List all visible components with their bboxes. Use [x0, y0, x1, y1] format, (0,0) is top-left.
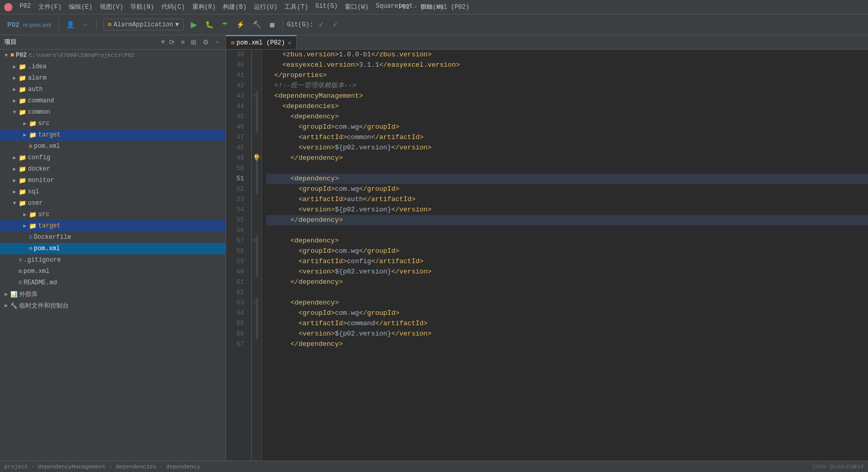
ln-54: 54 [226, 205, 247, 215]
tree-alarm[interactable]: ▶ 📁 alarm [0, 72, 225, 84]
menu-refactor[interactable]: 重构(R) [189, 2, 219, 12]
tab-pom-xml[interactable]: m pom.xml (P02) ✕ [226, 35, 297, 50]
ln-53: 53 [226, 194, 247, 205]
tree-config[interactable]: ▶ 📁 config [0, 152, 225, 163]
user-label: user [28, 200, 43, 207]
menu-item-project[interactable]: P02 [17, 2, 34, 12]
toolbar-project-btn[interactable]: P02 m pom.xml [4, 19, 54, 31]
breadcrumb-dep[interactable]: dependency [166, 464, 200, 470]
ln-39: 39 [226, 50, 247, 60]
ln-57: 57 [226, 236, 247, 246]
tree-external-libs[interactable]: ▶ 📊 外部库 [0, 288, 225, 300]
fold-63[interactable]: ▽ [253, 298, 255, 308]
tree-user[interactable]: ▼ 📁 user [0, 197, 225, 209]
tree-root[interactable]: ▼ ■ P02 C:\Users\67099\IdeaProjects\P02 [0, 50, 225, 61]
stop-button[interactable]: ◼ [266, 19, 278, 31]
git-check-btn-2[interactable]: ✓ [329, 19, 341, 31]
menu-navigate[interactable]: 导航(N) [127, 2, 157, 12]
tree-user-src[interactable]: ▶ 📁 src [0, 209, 225, 220]
sidebar-settings-btn[interactable]: ⚙ [201, 37, 211, 47]
sql-folder-icon: 📁 [19, 188, 26, 196]
code-line-42: <!--统一管理依赖版本--> [266, 81, 868, 91]
code-line-39: <zbus.version>1.0.0-b1</zbus.version> [266, 50, 868, 60]
fold-57[interactable]: ▽ [253, 236, 255, 246]
tree-root-pom[interactable]: m pom.xml [0, 266, 225, 277]
toolbar-vcs-btn[interactable]: 👤 [63, 19, 78, 31]
menu-code[interactable]: 代码(C) [158, 2, 188, 12]
tree-common-src[interactable]: ▶ 📁 src [0, 118, 225, 129]
menu-window[interactable]: 窗口(W) [342, 2, 372, 12]
menu-tools[interactable]: 工具(T) [281, 2, 311, 12]
code-line-48: <version>${p02.version}</version> [266, 143, 868, 153]
config-label: config [28, 154, 50, 161]
menu-view[interactable]: 视图(V) [97, 2, 127, 12]
ln-52: 52 [226, 184, 247, 194]
app-icon [4, 3, 12, 11]
status-bar: project › dependencyManagement › depende… [0, 461, 868, 472]
code-line-40: <easyexcel.version>3.1.1</easyexcel.vers… [266, 60, 868, 70]
profile-button[interactable]: ⚡ [233, 19, 248, 31]
root-pom-icon: m [19, 268, 22, 275]
tree-auth[interactable]: ▶ 📁 auth [0, 84, 225, 95]
tree-user-dockerfile[interactable]: D Dockerfile [0, 232, 225, 243]
monitor-arrow: ▶ [10, 177, 19, 184]
menu-git[interactable]: Git(G) [312, 2, 341, 12]
code-editor[interactable]: 39 40 41 42 43 44 45 46 47 48 49 50 51 5… [226, 50, 868, 461]
tab-close-btn[interactable]: ✕ [288, 40, 291, 46]
toolbar-sep-1 [58, 19, 59, 31]
code-line-53: <artifactId>auth</artifactId> [266, 194, 868, 205]
toolbar: P02 m pom.xml 👤 ← ⚙ AlarmApplication ▼ ▶… [0, 14, 868, 35]
tree-docker[interactable]: ▶ 📁 docker [0, 163, 225, 175]
common-src-arrow: ▶ [21, 120, 29, 127]
breadcrumb-project[interactable]: project [4, 464, 28, 470]
tree-sql[interactable]: ▶ 📁 sql [0, 186, 225, 197]
menu-run[interactable]: 运行(U) [251, 2, 281, 12]
fold-45[interactable]: ▽ [253, 91, 255, 101]
tree-common-pom[interactable]: m pom.xml [0, 141, 225, 152]
tree-common-target[interactable]: ▶ 📁 target [0, 129, 225, 141]
common-src-label: src [38, 120, 50, 127]
tree-command[interactable]: ▶ 📁 command [0, 95, 225, 106]
command-folder-icon: 📁 [19, 97, 26, 105]
menu-edit[interactable]: 编辑(E) [66, 2, 96, 12]
menu-build[interactable]: 构建(B) [220, 2, 250, 12]
alarm-arrow: ▶ [10, 75, 19, 81]
breadcrumb-dep-mgmt[interactable]: dependencyManagement [38, 464, 106, 470]
menu-file[interactable]: 文件(F) [35, 2, 65, 12]
tree-monitor[interactable]: ▶ 📁 monitor [0, 175, 225, 186]
sidebar-filter-btn[interactable]: ⊞ [189, 37, 199, 47]
code-line-65: <artifactId>command</artifactId> [266, 318, 868, 329]
command-label: command [28, 97, 54, 104]
tree-idea[interactable]: ▶ 📁 .idea [0, 61, 225, 72]
readme-label: README.md [24, 279, 57, 286]
run-config-icon: ⚙ [108, 21, 112, 28]
tree-temp-console[interactable]: ▶ 🔧 临时文件和控制台 [0, 300, 225, 311]
coverage-button[interactable]: ☂ [219, 19, 231, 31]
tree-gitignore[interactable]: ≡ .gitignore [0, 254, 225, 266]
build-button[interactable]: 🔨 [250, 19, 264, 31]
sidebar-sync-btn[interactable]: ⟳ [167, 37, 177, 47]
toolbar-back-btn[interactable]: ← [80, 19, 93, 31]
tree-user-pom[interactable]: m pom.xml [0, 243, 225, 254]
run-button[interactable]: ▶ [188, 18, 200, 32]
tree-common[interactable]: ▼ 📁 common [0, 106, 225, 118]
toolbar-project-label: P02 [7, 21, 19, 28]
tree-readme[interactable]: R README.md [0, 277, 225, 288]
sidebar-collapse-btn[interactable]: ≡ [179, 37, 187, 47]
tree-user-target[interactable]: ▶ 📁 target [0, 220, 225, 232]
user-target-arrow: ▶ [21, 223, 29, 229]
git-check-btn-1[interactable]: ✓ [315, 19, 327, 31]
ln-49: 49 [226, 153, 247, 163]
sidebar: 项目 ▼ ⟳ ≡ ⊞ ⚙ − ▼ ■ P02 C:\Users\67099\Id… [0, 35, 226, 461]
breadcrumb-deps[interactable]: dependencies [115, 464, 156, 470]
user-src-icon: 📁 [29, 211, 37, 219]
user-dockerfile-icon: D [29, 234, 33, 240]
sql-label: sql [28, 188, 39, 195]
sidebar-minimize-btn[interactable]: − [213, 37, 221, 47]
run-config[interactable]: ⚙ AlarmApplication ▼ [103, 19, 184, 31]
code-content[interactable]: <zbus.version>1.0.0-b1</zbus.version> <e… [262, 50, 868, 461]
code-line-54: <version>${p02.version}</version> [266, 205, 868, 215]
idea-arrow: ▶ [10, 64, 19, 70]
fold-51[interactable]: ▽ [259, 153, 262, 163]
debug-button[interactable]: 🐛 [202, 19, 217, 31]
